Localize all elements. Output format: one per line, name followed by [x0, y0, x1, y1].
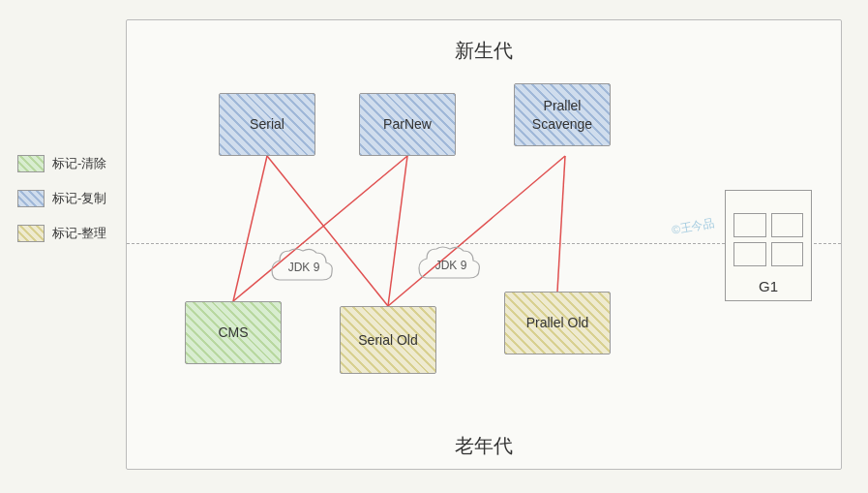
legend-label-compact: 标记-整理	[52, 225, 106, 242]
legend: 标记-清除 标记-复制 标记-整理	[17, 155, 106, 242]
box-cms: CMS	[185, 301, 282, 364]
legend-box-copy	[17, 190, 45, 207]
legend-item-compact: 标记-整理	[17, 225, 106, 242]
g1-grid	[726, 205, 811, 274]
jdk9-middle-label: JDK 9	[435, 259, 467, 272]
legend-box-compact	[17, 225, 45, 242]
svg-line-1	[233, 156, 267, 301]
svg-line-4	[557, 156, 565, 292]
cloud-jdk9-left: JDK 9	[270, 243, 338, 292]
jdk9-left-label: JDK 9	[288, 261, 320, 274]
cloud-jdk9-middle: JDK 9	[417, 241, 485, 290]
watermark: ©王今品	[671, 215, 716, 239]
box-prallel-scavenge: Prallel Scavenge	[514, 83, 611, 146]
g1-cell-3	[733, 242, 766, 266]
box-parnew: ParNew	[359, 93, 456, 156]
box-prallel-old: Prallel Old	[504, 292, 611, 354]
region-label-old: 老年代	[455, 433, 513, 459]
legend-box-clear	[17, 155, 45, 172]
legend-item-copy: 标记-复制	[17, 190, 106, 207]
svg-line-2	[388, 156, 407, 306]
page-container: 标记-清除 标记-复制 标记-整理 新生代 老年代	[0, 0, 868, 493]
g1-cell-2	[771, 213, 804, 237]
legend-item-clear: 标记-清除	[17, 155, 106, 172]
diagram: 新生代 老年代 Serial ParNew Prallel Scave	[126, 19, 842, 470]
g1-label: G1	[759, 278, 778, 294]
box-serial: Serial	[219, 93, 315, 156]
box-g1: G1	[725, 190, 812, 301]
g1-cell-4	[771, 242, 804, 266]
box-serial-old: Serial Old	[340, 306, 436, 374]
g1-cell-1	[733, 213, 766, 237]
legend-label-clear: 标记-清除	[52, 155, 106, 172]
legend-label-copy: 标记-复制	[52, 190, 106, 207]
region-label-young: 新生代	[455, 38, 513, 64]
